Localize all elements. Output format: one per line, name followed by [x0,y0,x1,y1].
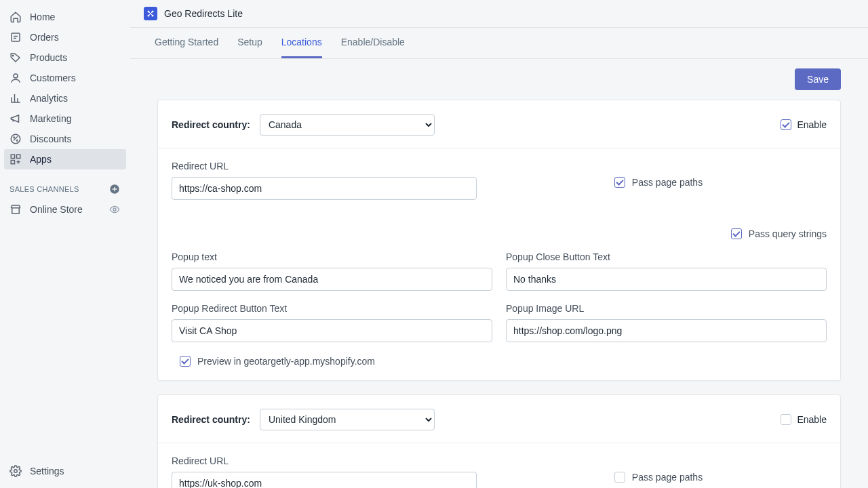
svg-rect-6 [11,155,14,158]
megaphone-icon [9,113,22,125]
preview-label: Preview in geotargetly-app.myshopify.com [197,356,375,367]
redirect-country-label: Redirect country: [172,414,250,425]
pass-query-checkbox[interactable] [731,228,742,239]
section-title: SALES CHANNELS [9,185,79,193]
nav-orders[interactable]: Orders [4,27,126,47]
nav-analytics[interactable]: Analytics [4,88,126,108]
redirect-card: Redirect country: United Kingdom Enable … [157,394,841,488]
nav-products[interactable]: Products [4,47,126,68]
popup-redirect-input[interactable] [172,319,492,342]
popup-text-input[interactable] [172,268,492,291]
plus-circle-icon[interactable] [108,183,121,195]
svg-rect-0 [12,33,20,41]
popup-image-label: Popup Image URL [506,303,827,314]
app-header: Geo Redirects Lite [130,0,868,28]
popup-text-label: Popup text [172,251,492,262]
popup-image-input[interactable] [506,319,827,342]
svg-rect-7 [17,155,20,158]
popup-close-label: Popup Close Button Text [506,251,827,262]
svg-point-10 [113,208,116,211]
enable-label: Enable [797,119,827,130]
svg-rect-8 [11,161,14,164]
main: Geo Redirects Lite Getting Started Setup… [130,0,868,488]
channel-label: Online Store [30,204,83,215]
discount-icon [9,133,22,145]
popup-redirect-label: Popup Redirect Button Text [172,303,492,314]
user-icon [9,72,22,84]
pass-paths-checkbox[interactable] [614,472,625,483]
home-icon [9,11,22,23]
nav-marketing[interactable]: Marketing [4,108,126,129]
tab-getting-started[interactable]: Getting Started [155,28,218,58]
enable-checkbox[interactable] [781,119,791,130]
svg-point-11 [14,470,18,473]
tab-locations[interactable]: Locations [281,28,322,58]
nav-label: Discounts [30,134,71,144]
sales-channels-header: SALES CHANNELS [0,169,130,199]
redirect-url-input[interactable] [172,177,477,200]
tab-setup[interactable]: Setup [237,28,262,58]
save-button[interactable]: Save [795,68,841,90]
eye-icon[interactable] [108,203,121,216]
nav-discounts[interactable]: Discounts [4,129,126,149]
redirect-url-label: Redirect URL [172,161,477,171]
tab-enable-disable[interactable]: Enable/Disable [341,28,405,58]
svg-point-5 [17,140,18,142]
channel-online-store[interactable]: Online Store [4,199,126,220]
orders-icon [9,31,22,43]
redirect-country-label: Redirect country: [172,119,250,130]
redirect-url-label: Redirect URL [172,455,477,466]
nav-label: Products [30,52,67,63]
tab-bar: Getting Started Setup Locations Enable/D… [130,28,868,59]
enable-label: Enable [797,414,827,425]
pass-paths-label: Pass page paths [632,472,703,483]
nav-label: Marketing [30,113,71,124]
nav-customers[interactable]: Customers [4,68,126,88]
redirect-card: Redirect country: Canada Enable Redirect… [157,100,841,381]
nav-label: Apps [30,154,52,165]
tag-icon [9,52,22,64]
nav-label: Analytics [30,93,68,104]
svg-point-4 [14,137,15,138]
popup-close-input[interactable] [506,268,827,291]
sidebar: Home Orders Products Customers Analytics [0,0,130,488]
pass-paths-checkbox[interactable] [614,177,625,188]
app-logo-icon [144,7,157,20]
analytics-icon [9,92,22,104]
pass-query-label: Pass query strings [749,228,827,239]
nav-label: Settings [30,466,64,476]
app-title: Geo Redirects Lite [164,8,243,19]
svg-point-1 [13,55,14,56]
redirect-country-select[interactable]: United Kingdom [260,409,435,430]
apps-icon [9,153,22,165]
nav-home[interactable]: Home [4,7,126,27]
content-area: Save Redirect country: Canada Enable Red… [130,59,868,488]
svg-point-2 [14,74,18,78]
redirect-url-input[interactable] [172,472,477,488]
enable-checkbox[interactable] [781,414,791,425]
nav-settings[interactable]: Settings [4,461,126,481]
nav-apps[interactable]: Apps [4,149,126,169]
preview-checkbox[interactable] [180,356,191,367]
redirect-country-select[interactable]: Canada [260,114,435,136]
nav-label: Customers [30,73,76,83]
store-icon [9,203,22,216]
pass-paths-label: Pass page paths [632,177,703,188]
nav-label: Home [30,12,55,22]
nav-label: Orders [30,32,59,43]
gear-icon [9,465,22,477]
